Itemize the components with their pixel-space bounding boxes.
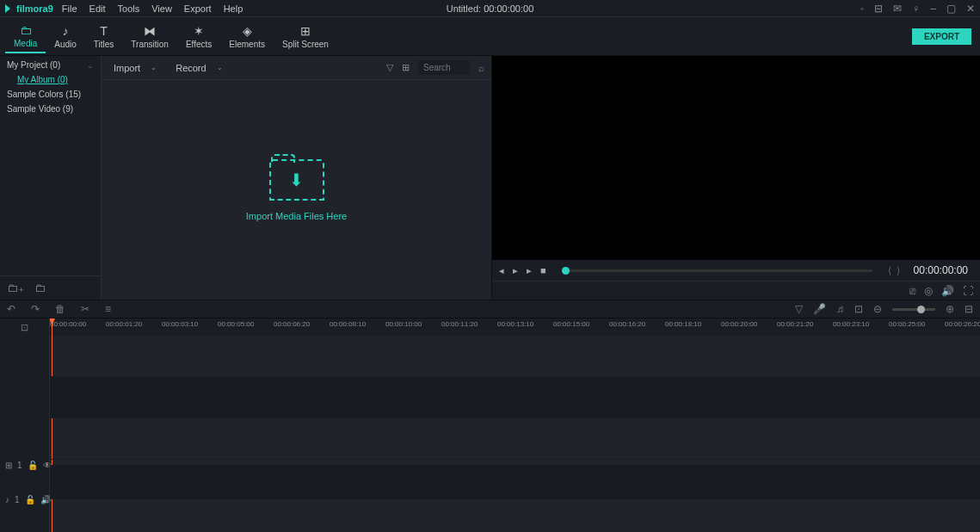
tree-sample-colors[interactable]: Sample Colors (15) [0,87,101,102]
music-icon: ♪ [63,24,69,38]
main-menu: File Edit Tools View Export Help [62,3,243,14]
tree-sample-video[interactable]: Sample Video (9) [0,102,101,116]
mail-icon[interactable]: ✉ [893,3,902,15]
chevron-down-icon: ⌄ [217,64,223,71]
quality-icon[interactable]: ⎚ [909,285,915,297]
ruler-mark: 00:00:23:10 [833,320,869,328]
grid-view-icon[interactable]: ⊞ [402,62,410,73]
menu-help[interactable]: Help [224,3,243,14]
render-icon[interactable]: ⊡ [854,303,863,315]
mic-icon[interactable]: 🎤 [813,303,826,315]
folder-icon: 🗀 [20,23,32,37]
timeline-settings-icon[interactable]: ⊡ [21,322,28,333]
cut-button[interactable]: ✂ [81,303,89,315]
category-toolbar: 🗀 Media ♪ Audio T Titles ⧓ Transition ✶ … [0,17,980,56]
video-track-icon: ⊞ [5,461,12,470]
media-drop-zone[interactable]: ⬇ Import Media Files Here [102,80,491,300]
mute-icon[interactable]: 🔊 [40,495,51,504]
download-arrow-icon: ⬇ [289,170,304,190]
tree-my-project[interactable]: My Project (0) ⌄ [0,58,101,72]
zoom-out-icon[interactable]: ⊖ [873,303,882,315]
menu-export[interactable]: Export [184,3,212,14]
timeline-tracks-area[interactable]: 00:00:00:0000:00:01:2000:00:03:1000:00:0… [50,319,980,532]
tab-audio[interactable]: ♪ Audio [46,21,85,53]
window-controls: ◦ ⊟ ✉ ♀ – ▢ ✕ [860,3,975,15]
zoom-in-icon[interactable]: ⊕ [946,303,954,315]
redo-button[interactable]: ↷ [31,303,40,315]
timeline-track-row[interactable] [50,377,980,418]
video-track-header[interactable]: ⊞ 1 🔓 👁 [0,448,49,482]
preview-viewport[interactable] [492,56,980,260]
timeline-audio-track[interactable] [50,504,980,532]
timeline-ruler[interactable]: 00:00:00:0000:00:01:2000:00:03:1000:00:0… [50,319,980,336]
tab-transition[interactable]: ⧓ Transition [122,21,177,53]
menu-edit[interactable]: Edit [89,3,106,14]
open-folder-icon[interactable]: 🗀 [34,281,46,294]
ruler-mark: 00:00:00:00 [50,320,86,328]
filter-icon[interactable]: ▽ [386,62,393,73]
import-dropdown[interactable]: Import ⌄ [108,61,162,75]
text-icon: T [100,24,108,38]
audio-track-icon: ♪ [5,495,9,504]
menu-view[interactable]: View [151,3,172,14]
ruler-mark: 00:00:18:10 [665,320,701,328]
lock-icon[interactable]: 🔓 [28,461,38,470]
stop-button[interactable]: ■ [540,265,546,275]
preview-timecode: 00:00:00:00 [909,264,973,276]
mixer-icon[interactable]: ♬ [836,303,844,315]
tab-media[interactable]: 🗀 Media [5,20,46,53]
transition-icon: ⧓ [144,24,156,38]
add-folder-icon[interactable]: 🗀₊ [7,281,24,294]
ruler-mark: 00:00:21:20 [777,320,813,328]
ruler-mark: 00:00:11:20 [441,320,478,328]
tab-split-screen[interactable]: ⊞ Split Screen [274,21,337,53]
timeline-track-row[interactable] [50,418,980,460]
delete-button[interactable]: 🗑 [55,303,65,315]
tab-elements[interactable]: ◈ Elements [220,21,274,53]
menu-file[interactable]: File [62,3,77,14]
search-input[interactable] [418,60,470,75]
effects-icon: ✶ [194,24,204,38]
menu-tools[interactable]: Tools [118,3,140,14]
record-dropdown[interactable]: Record ⌄ [170,61,227,75]
notification-icon[interactable]: ♀ [912,3,920,15]
split-icon: ⊞ [300,24,311,38]
play-button[interactable]: ▸ [513,265,518,276]
edit-toolbar: ↶ ↷ 🗑 ✂ ≡ ▽ 🎤 ♬ ⊡ ⊖ ⊕ ⊟ [0,300,980,319]
ruler-mark: 00:00:13:10 [497,320,533,328]
drop-zone-label: Import Media Files Here [246,211,347,221]
messages-icon[interactable]: ⊟ [874,3,883,15]
prev-frame-button[interactable]: ◂ [499,265,504,276]
preview-panel: ◂ ▸ ▸ ■ ⟨ ⟩ 00:00:00:00 ⎚ ◎ 🔊 ⛶ [492,56,980,300]
adjust-button[interactable]: ≡ [105,303,111,315]
document-title: Untitled: 00:00:00:00 [447,3,534,14]
mark-out-button[interactable]: ⟩ [897,265,900,276]
mark-in-button[interactable]: ⟨ [888,265,891,276]
zoom-slider[interactable] [892,308,935,311]
undo-button[interactable]: ↶ [7,303,15,315]
user-icon[interactable]: ◦ [860,3,864,15]
export-button[interactable]: EXPORT [912,28,971,45]
close-button[interactable]: ✕ [966,3,975,15]
marker-icon[interactable]: ▽ [795,303,803,315]
timeline-video-track[interactable] [50,465,980,499]
snapshot-icon[interactable]: ◎ [924,285,933,297]
tab-titles[interactable]: T Titles [85,21,123,53]
ruler-mark: 00:00:16:20 [609,320,645,328]
zoom-fit-icon[interactable]: ⊟ [965,303,973,315]
minimize-button[interactable]: – [930,3,936,15]
lock-icon[interactable]: 🔓 [25,495,35,504]
maximize-button[interactable]: ▢ [946,3,956,15]
next-frame-button[interactable]: ▸ [527,265,532,276]
elements-icon: ◈ [243,24,252,38]
search-icon[interactable]: ⌕ [478,63,484,73]
chevron-down-icon: ⌄ [151,64,157,71]
fullscreen-icon[interactable]: ⛶ [963,285,973,297]
chevron-down-icon: ⌄ [87,61,94,70]
playback-progress[interactable] [562,269,872,272]
timeline-track-row[interactable] [50,336,980,377]
audio-track-header[interactable]: ♪ 1 🔓 🔊 [0,482,49,517]
tree-my-album[interactable]: My Album (0) [0,72,101,87]
volume-icon[interactable]: 🔊 [941,285,954,297]
tab-effects[interactable]: ✶ Effects [177,21,220,53]
